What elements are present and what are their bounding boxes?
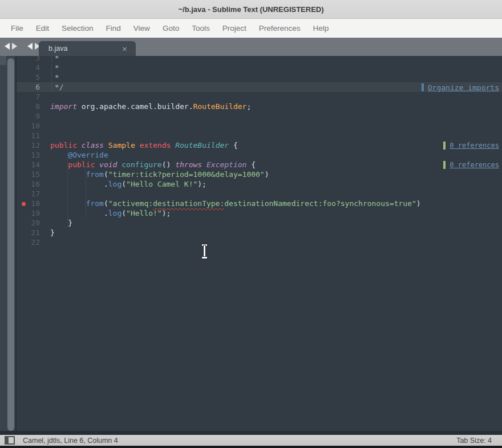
tab-scroll-right-icon[interactable]	[12, 43, 17, 50]
code-editor[interactable]: 3 *4 *5 *6 */78import org.apache.camel.b…	[17, 56, 502, 435]
line-number[interactable]: 17	[17, 189, 46, 199]
code-text: .log("Hello!");	[46, 208, 502, 218]
menu-preferences[interactable]: Preferences	[253, 24, 307, 33]
status-text: Camel, jdtls, Line 6, Column 4	[23, 437, 456, 445]
line-number[interactable]: 7	[17, 92, 46, 102]
left-panel-scrollbar[interactable]	[7, 58, 14, 431]
phantom-organize-imports: Organize imports	[422, 83, 499, 92]
code-line-11: 11	[17, 131, 502, 140]
phantom-0-references: 0 references	[443, 141, 499, 150]
code-text: public void configure() throws Exception…	[46, 160, 502, 169]
code-line-7: 7	[17, 92, 502, 102]
menu-project[interactable]: Project	[216, 24, 253, 33]
line-number[interactable]: 14	[17, 160, 46, 169]
phantom-bar	[422, 83, 424, 91]
code-text: *	[46, 72, 502, 82]
code-text: import org.apache.camel.builder.RouteBui…	[46, 102, 502, 111]
editor-area: 3 *4 *5 *6 */78import org.apache.camel.b…	[0, 56, 502, 435]
code-text	[46, 189, 502, 199]
code-line-18: 18 from("activemq:destinationType:destin…	[17, 199, 502, 208]
menu-help[interactable]: Help	[307, 24, 335, 33]
code-line-13: 13 @Override	[17, 150, 502, 160]
tab-close-icon[interactable]: ×	[122, 45, 136, 53]
tab-history-back-icon[interactable]	[27, 43, 33, 50]
tab-label: b.java	[39, 45, 122, 53]
code-line-22: 22	[17, 237, 502, 247]
line-number[interactable]: 15	[17, 169, 46, 179]
line-number[interactable]: 19	[17, 208, 46, 218]
code-line-21: 21}	[17, 228, 502, 237]
line-number[interactable]: 16	[17, 179, 46, 189]
phantom-bar	[443, 161, 446, 169]
code-text: .log("Hello Camel K!");	[46, 179, 502, 189]
breakpoint-dot-icon	[22, 202, 26, 206]
line-number[interactable]: 13	[17, 150, 46, 160]
line-number[interactable]: 6	[17, 82, 46, 92]
line-number[interactable]: 9	[17, 111, 46, 121]
line-number[interactable]: 8	[17, 102, 46, 111]
phantom-bar	[443, 142, 446, 150]
title-bar: ~/b.java - Sublime Text (UNREGISTERED)	[0, 0, 502, 19]
code-text: from("timer:tick?period=1000&delay=1000"…	[46, 169, 502, 179]
tab-b-java[interactable]: b.java ×	[39, 41, 136, 56]
phantom-0-references: 0 references	[443, 160, 499, 169]
code-line-14: 14 public void configure() throws Except…	[17, 160, 502, 169]
line-number[interactable]: 20	[17, 218, 46, 228]
tab-size-indicator[interactable]: Tab Size: 4	[456, 437, 492, 445]
phantom-link[interactable]: 0 references	[450, 161, 499, 169]
menu-file[interactable]: File	[5, 24, 30, 33]
code-text: *	[46, 56, 502, 63]
code-line-16: 16 .log("Hello Camel K!");	[17, 179, 502, 189]
line-number[interactable]: 5	[17, 72, 46, 82]
code-text	[46, 121, 502, 131]
sidebar-toggle-icon[interactable]	[5, 436, 15, 445]
code-line-4: 4 *	[17, 63, 502, 72]
menu-tools[interactable]: Tools	[185, 24, 216, 33]
line-number[interactable]: 21	[17, 228, 46, 237]
code-line-10: 10	[17, 121, 502, 131]
code-line-5: 5 *	[17, 72, 502, 82]
code-line-9: 9	[17, 111, 502, 121]
mouse-ibeam-cursor	[201, 244, 209, 259]
code-line-17: 17	[17, 189, 502, 199]
editor-bottom-strip	[0, 431, 502, 435]
menu-selection[interactable]: Selection	[55, 24, 100, 33]
code-text	[46, 92, 502, 102]
menu-bar: FileEditSelectionFindViewGotoToolsProjec…	[0, 19, 502, 38]
phantom-link[interactable]: 0 references	[450, 142, 499, 150]
code-text	[46, 111, 502, 121]
tab-bar: b.java ×	[0, 38, 502, 56]
code-line-12: 12public class Sample extends RouteBuild…	[17, 140, 502, 150]
code-text: public class Sample extends RouteBuilder…	[46, 140, 502, 150]
line-number[interactable]: 22	[17, 237, 46, 247]
window-title: ~/b.java - Sublime Text (UNREGISTERED)	[178, 5, 323, 14]
menu-goto[interactable]: Goto	[156, 24, 185, 33]
status-bar: Camel, jdtls, Line 6, Column 4 Tab Size:…	[0, 435, 502, 446]
line-number[interactable]: 12	[17, 140, 46, 150]
sublime-text-window: ~/b.java - Sublime Text (UNREGISTERED) F…	[0, 0, 502, 448]
code-line-3: 3 *	[17, 56, 502, 63]
menu-view[interactable]: View	[127, 24, 156, 33]
code-text: @Override	[46, 150, 502, 160]
code-line-20: 20 }	[17, 218, 502, 228]
tab-nav-arrows	[5, 43, 40, 50]
line-number[interactable]: 3	[17, 56, 46, 63]
window-bottom-edge	[0, 446, 502, 448]
menu-find[interactable]: Find	[100, 24, 127, 33]
tab-scroll-left-icon[interactable]	[5, 43, 10, 50]
line-number[interactable]: 18	[17, 199, 46, 208]
code-line-15: 15 from("timer:tick?period=1000&delay=10…	[17, 169, 502, 179]
phantom-link[interactable]: Organize imports	[428, 83, 499, 92]
left-panel	[0, 56, 17, 435]
code-text: from("activemq:destinationType:destinati…	[46, 199, 502, 208]
line-number[interactable]: 10	[17, 121, 46, 131]
code-text	[46, 237, 502, 247]
code-text: }	[46, 218, 502, 228]
code-line-19: 19 .log("Hello!");	[17, 208, 502, 218]
line-number[interactable]: 4	[17, 63, 46, 72]
code-text: *	[46, 63, 502, 72]
left-panel-corner	[0, 56, 6, 65]
line-number[interactable]: 11	[17, 131, 46, 140]
menu-edit[interactable]: Edit	[30, 24, 55, 33]
code-line-8: 8import org.apache.camel.builder.RouteBu…	[17, 102, 502, 111]
